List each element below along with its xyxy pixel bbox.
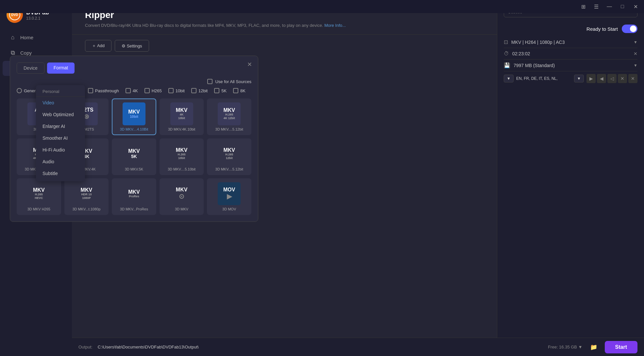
free-space-arrow-icon[interactable]: ▼ xyxy=(578,345,583,349)
tab-format[interactable]: Format xyxy=(47,62,75,74)
titlebar-buttons: ⊞ ☰ — □ ✕ xyxy=(578,1,641,12)
output-path: C:\Users\fab\Documents\DVDFab\DVDFab13\O… xyxy=(98,345,543,349)
checkbox-8k[interactable] xyxy=(233,88,238,93)
use-all-sources-row: Use for All Sources xyxy=(17,79,251,84)
format-card-3d-mkv-h265-12bit[interactable]: MKV H.26512bit 3D MKV....5.12bit xyxy=(207,138,251,175)
lang-dropdown-1[interactable]: ▼ xyxy=(504,75,514,82)
lang-play-btn[interactable]: ▶ xyxy=(586,74,596,83)
format-icon-3d-mkv-5-12bit: MKV H.2654K 12bit xyxy=(218,102,241,125)
sidebar-label-copy: Copy xyxy=(20,50,32,56)
format-card-3d-mkv-5-12bit[interactable]: MKV H.2654K 12bit 3D MKV....5.12bit xyxy=(207,98,251,135)
checkbox-5k[interactable] xyxy=(214,88,219,93)
use-all-label: Use for All Sources xyxy=(215,79,251,84)
format-label-3d-mov: 3D MOV xyxy=(222,207,236,211)
sidebar-item-home[interactable]: ⌂ Home xyxy=(3,30,69,45)
filter-4k[interactable]: 4K xyxy=(126,88,138,93)
size-label[interactable]: 7997 MB (Standard) xyxy=(514,63,630,68)
filter-5k[interactable]: 5K xyxy=(214,88,227,93)
minimize-btn[interactable]: — xyxy=(604,1,615,12)
modal-close-btn[interactable]: ✕ xyxy=(245,60,254,69)
format-label-3d-mkv-h265-hevc: 3D MKV H265 xyxy=(27,207,50,211)
format-card-3d-mkv-410bit[interactable]: MKV 10bit 3D MKV....4.10Bit xyxy=(112,98,156,135)
titlebar: ⊞ ☰ — □ ✕ xyxy=(0,0,644,13)
format-icon-3d-mkv-h265-12bit: MKV H.26512bit xyxy=(218,142,241,165)
add-button[interactable]: ＋ Add xyxy=(85,40,111,52)
filter-passthrough[interactable]: Passthrough xyxy=(88,88,119,93)
submenu-item-enlarger-ai[interactable]: Enlarger AI xyxy=(36,120,85,132)
checkbox-10bit[interactable] xyxy=(168,88,174,93)
settings-button[interactable]: ⚙ Settings xyxy=(115,40,149,52)
submenu-title: Personal xyxy=(36,87,85,97)
duration-row: ⏱ 02:23:02 ✕ xyxy=(504,48,637,60)
filter-general[interactable]: General xyxy=(17,88,39,93)
general-radio[interactable] xyxy=(17,88,22,93)
more-info-link[interactable]: More Info... xyxy=(324,23,346,28)
submenu-item-hi-fi-audio[interactable]: Hi-Fi Audio xyxy=(36,144,85,156)
lang-back-btn[interactable]: ◀ xyxy=(597,74,606,83)
format-card-3d-mkv-5k[interactable]: MKV 5K 3D MKV.5K xyxy=(112,138,156,175)
lang-remove-btn[interactable]: ✕ xyxy=(618,74,627,83)
submenu-item-audio[interactable]: Audio xyxy=(36,156,85,168)
checkbox-h265[interactable] xyxy=(144,88,150,93)
sidebar-label-home: Home xyxy=(20,35,33,40)
lang-rewind-btn[interactable]: ◁ xyxy=(607,74,617,83)
format-label-3d-mkv-5-12bit: 3D MKV....5.12bit xyxy=(215,127,243,131)
format-card-3d-mkv-h265-hevc[interactable]: MKV H.265HEVC 3D MKV H265 xyxy=(17,178,61,215)
format-card-3d-mkv-4k10bit[interactable]: MKV 4K10bit 3D MKV.4K.10bit xyxy=(160,98,204,135)
format-icon-3d-mov: MOV ▶ xyxy=(218,182,241,205)
format-icon-3d-mkv-hdr: MKV HDR 101080P xyxy=(75,182,98,205)
size-icon: 💾 xyxy=(504,62,510,68)
format-label-3d-mkv-4k10bit: 3D MKV.4K.10bit xyxy=(168,127,195,131)
submenu-item-subtitle[interactable]: Subtitle xyxy=(36,168,85,179)
format-card-3d-mkv-3d[interactable]: MKV ⊙ 3D MKV xyxy=(160,178,204,215)
duration-remove-icon[interactable]: ✕ xyxy=(634,51,637,56)
format-arrow-icon[interactable]: ▼ xyxy=(634,40,637,44)
submenu-popup: Personal Video Web Optimized Enlarger AI… xyxy=(36,85,85,181)
format-card-3d-mkv-prores[interactable]: MKV ProRes 3D MKV...ProRes xyxy=(112,178,156,215)
use-all-checkbox[interactable] xyxy=(207,79,212,84)
start-button[interactable]: Start xyxy=(605,341,637,353)
format-icon-3d-mkv-h265-10bit: MKV H.26510bit xyxy=(170,142,193,165)
format-icon-3d-mkv-5k: MKV 5K xyxy=(123,142,145,165)
modal-tabs: Device Format xyxy=(17,62,251,74)
label-8k: 8K xyxy=(240,88,246,93)
checkbox-passthrough[interactable] xyxy=(88,88,93,93)
format-label-3d-mkv-h265-10bit: 3D MKV....5.10bit xyxy=(168,167,195,171)
format-card-3d-mkv-hdr[interactable]: MKV HDR 101080P 3D MKV...t.1080p xyxy=(64,178,109,215)
output-label: Output: xyxy=(78,345,93,349)
lang-dropdown-2[interactable]: ▼ xyxy=(574,75,584,82)
close-btn[interactable]: ✕ xyxy=(630,1,641,12)
size-arrow-icon[interactable]: ▼ xyxy=(634,63,637,68)
filter-12bit[interactable]: 12bit xyxy=(191,88,208,93)
copy-icon: ⧉ xyxy=(9,49,16,56)
folder-button[interactable]: 📁 xyxy=(588,341,600,353)
window-icon-btn[interactable]: ⊞ xyxy=(578,1,588,12)
filter-h265[interactable]: H265 xyxy=(144,88,162,93)
checkbox-4k[interactable] xyxy=(126,88,131,93)
checkbox-12bit[interactable] xyxy=(191,88,196,93)
svg-text:DVD: DVD xyxy=(11,13,18,17)
maximize-btn[interactable]: □ xyxy=(617,1,628,12)
lang-list: EN, FR, DE, IT, ES, NL, xyxy=(516,76,571,81)
submenu-item-smoother-ai[interactable]: Smoother AI xyxy=(36,132,85,144)
format-label-3d-mkv-h265-12bit: 3D MKV....5.12bit xyxy=(215,167,243,171)
subtitle-text: Convert DVD/Blu-ray/4K Ultra HD Blu-ray … xyxy=(85,23,323,28)
format-label-3d-mkv-prores: 3D MKV...ProRes xyxy=(120,207,148,211)
filter-10bit[interactable]: 10bit xyxy=(168,88,185,93)
format-label-3d-mkv-3d: 3D MKV xyxy=(175,207,188,211)
format-icon-3d-mkv-h265-hevc: MKV H.265HEVC xyxy=(27,182,50,205)
lang-close-btn[interactable]: ✕ xyxy=(628,74,637,83)
format-label[interactable]: MKV | H264 | 1080p | AC3 xyxy=(511,40,630,45)
submenu-item-web-optimized[interactable]: Web Optimized xyxy=(36,109,85,120)
format-card-3d-mov[interactable]: MOV ▶ 3D MOV xyxy=(207,178,251,215)
format-card-3d-mkv-h265-10bit[interactable]: MKV H.26510bit 3D MKV....5.10bit xyxy=(160,138,204,175)
label-4k: 4K xyxy=(133,88,138,93)
menu-btn[interactable]: ☰ xyxy=(591,1,602,12)
ready-toggle[interactable] xyxy=(622,25,637,33)
filter-8k[interactable]: 8K xyxy=(233,88,246,93)
submenu-item-video[interactable]: Video xyxy=(36,97,85,109)
lang-row: ▼ EN, FR, DE, IT, ES, NL, ▼ ▶ ◀ ◁ ✕ ✕ xyxy=(504,71,637,86)
format-row: ⊡ MKV | H264 | 1080p | AC3 ▼ xyxy=(504,36,637,48)
ready-row: Ready to Start xyxy=(504,21,637,36)
tab-device[interactable]: Device xyxy=(17,62,44,74)
